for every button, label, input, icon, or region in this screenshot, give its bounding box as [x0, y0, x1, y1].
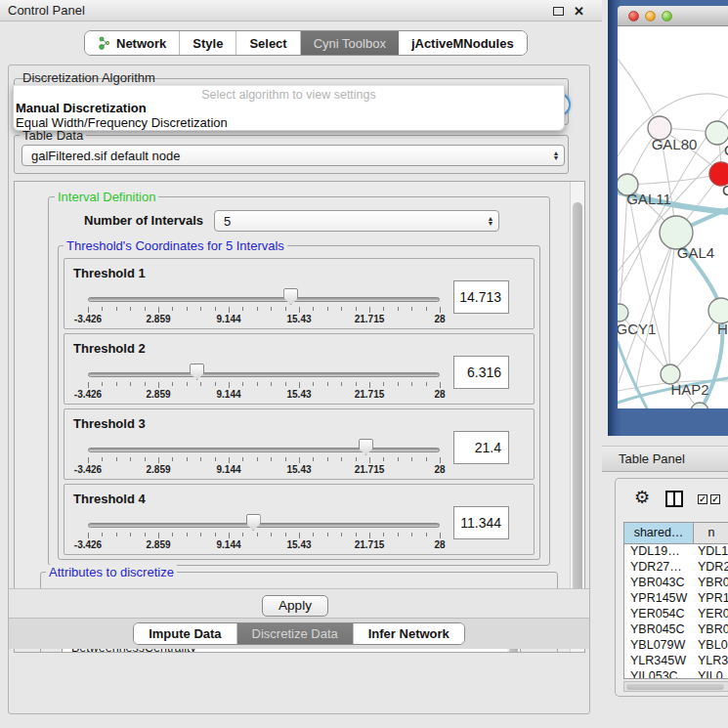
slider-tick [327, 457, 328, 461]
tab-cyni-toolbox-label: Cyni Toolbox [314, 36, 386, 51]
close-panel-icon[interactable]: ✕ [574, 5, 584, 18]
table-row[interactable]: YDR27…YDR2 [624, 560, 728, 576]
table-row[interactable]: YBR043CYBR0 [624, 576, 728, 591]
slider-tick-label: 21.715 [355, 389, 385, 400]
slider-tick [299, 382, 300, 388]
slider-tick [130, 382, 131, 386]
gear-icon[interactable]: ⚙ [634, 487, 650, 508]
slider-tick [257, 457, 258, 461]
table-cell-shared-name: YBL079W [624, 638, 694, 654]
slider-tick [327, 533, 328, 536]
table-cell-name: YDL1 [694, 544, 728, 560]
threshold-2-value-field[interactable]: 6.316 [453, 356, 509, 389]
algorithm-option-equal-width[interactable]: Equal Width/Frequency Discretization [14, 115, 564, 130]
tab-infer-network[interactable]: Infer Network [354, 623, 464, 644]
slider-tick-label: -3.426 [74, 389, 102, 400]
threshold-1-slider-thumb[interactable] [283, 288, 298, 305]
slider-ticks [88, 307, 440, 314]
threshold-3-slider[interactable] [88, 448, 440, 452]
column-header-shared-name[interactable]: shared… [624, 523, 694, 543]
network-icon [98, 36, 111, 50]
table-row[interactable]: YPR145WYPR1 [624, 591, 728, 607]
table-hscrollbar[interactable] [623, 681, 728, 692]
tab-impute-data[interactable]: Impute Data [134, 623, 236, 644]
tab-discretize-data[interactable]: Discretize Data [237, 623, 354, 644]
slider-tick [88, 457, 89, 463]
zoom-window-icon[interactable] [662, 11, 672, 21]
tab-jactivemnodules[interactable]: jActiveMNodules [399, 31, 527, 55]
tab-style-label: Style [193, 36, 223, 51]
slider-tick [215, 382, 216, 386]
column-header-name[interactable]: n [694, 523, 728, 543]
checkbox-icon[interactable]: ✓ [698, 494, 707, 504]
table-cell-shared-name: YDR27… [624, 560, 694, 576]
slider-tick-label: 21.715 [355, 314, 385, 324]
slider-tick [116, 382, 117, 386]
slider-tick [158, 457, 159, 463]
table-row[interactable]: YER054CYER0 [624, 607, 728, 622]
threshold-1-slider[interactable] [88, 297, 440, 302]
number-of-intervals-label: Number of Intervals [84, 213, 203, 228]
slider-tick [341, 457, 342, 461]
table-data-combobox[interactable]: galFiltered.sif default node ▲▼ [21, 145, 565, 166]
threshold-4-slider-thumb[interactable] [246, 514, 261, 531]
main-scrollbar[interactable] [570, 182, 584, 652]
threshold-2-slider-thumb[interactable] [190, 364, 204, 380]
slider-tick [229, 307, 230, 313]
slider-tick [313, 533, 314, 536]
slider-tick [426, 457, 427, 461]
close-window-icon[interactable] [628, 11, 639, 21]
network-node-gcy1[interactable] [618, 304, 628, 321]
split-columns-icon[interactable] [665, 491, 683, 507]
slider-tick [285, 533, 286, 536]
float-panel-icon[interactable] [553, 7, 564, 16]
table-cell-shared-name: YER054C [624, 607, 694, 622]
slider-tick [145, 533, 146, 536]
threshold-4-slider[interactable] [88, 523, 440, 528]
slider-tick [356, 457, 357, 461]
table-cell-name: YDR2 [694, 560, 728, 576]
network-canvas[interactable]: GAL80GCGAL11GAL4HGCY1HAP2 [618, 26, 728, 408]
control-panel-titlebar: Control Panel ✕ [0, 0, 602, 21]
slider-tick [229, 382, 230, 388]
network-node-label: GCY1 [618, 321, 656, 337]
minimize-window-icon[interactable] [645, 11, 656, 21]
slider-tick [271, 457, 272, 461]
tab-style[interactable]: Style [180, 31, 236, 55]
table-row[interactable]: YBL079WYBL0 [624, 638, 728, 654]
slider-tick [341, 533, 342, 536]
slider-tick [398, 533, 399, 536]
slider-tick [200, 382, 201, 386]
slider-tick [215, 307, 216, 311]
apply-button[interactable]: Apply [262, 595, 328, 617]
number-of-intervals-combobox[interactable]: 5 ▲▼ [214, 210, 499, 232]
slider-tick [200, 533, 201, 536]
network-window-titlebar[interactable] [618, 6, 728, 26]
table-panel-body: ⚙ ✓ ✓ shared… n YDL19…YDL1YDR27…YDR2YBR0… [615, 478, 728, 697]
network-node-label: C [722, 182, 728, 198]
algorithm-option-manual[interactable]: Manual Discretization [14, 101, 564, 115]
checkbox-icon[interactable]: ✓ [710, 494, 720, 504]
threshold-3-value-field[interactable]: 21.4 [453, 431, 509, 464]
threshold-2-slider[interactable] [88, 372, 440, 377]
slider-tick [257, 533, 258, 536]
tab-cyni-toolbox[interactable]: Cyni Toolbox [301, 31, 399, 55]
slider-tick [426, 533, 427, 536]
table-row[interactable]: YDL19…YDL1 [624, 544, 728, 560]
tab-network[interactable]: Network [85, 31, 180, 55]
tab-select[interactable]: Select [236, 31, 300, 55]
scrollbar-thumb[interactable] [573, 202, 582, 618]
scrollbar-thumb[interactable] [626, 684, 724, 690]
slider-tick-label: 9.144 [216, 389, 240, 400]
threshold-4-value-field[interactable]: 11.344 [453, 506, 509, 539]
slider-tick [299, 457, 300, 463]
threshold-3-slider-thumb[interactable] [359, 439, 373, 455]
threshold-1-value-field[interactable]: 14.713 [453, 280, 509, 314]
slider-tick [158, 533, 159, 538]
threshold-2-panel: Threshold 2 -3.4262.8599.14415.4321.7152… [64, 333, 535, 405]
slider-tick-label: 28 [434, 539, 445, 550]
table-row[interactable]: YBR045CYBR0 [624, 622, 728, 638]
table-row[interactable]: YLR345WYLR3 [624, 654, 728, 669]
slider-tick [271, 307, 272, 311]
table-row[interactable]: YIL053CYIL0 [624, 669, 728, 679]
